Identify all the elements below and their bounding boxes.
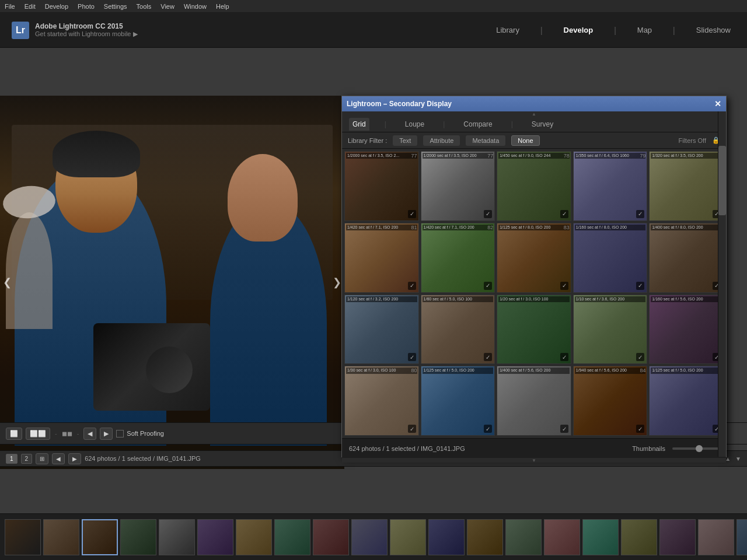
thumbnail-1[interactable]: 1/2000 sec at f / 3.5, ISO 2... 77 ✓	[344, 151, 419, 221]
main-photo: ❮ ❯	[0, 96, 344, 469]
filmstrip-thumb-18[interactable]	[659, 519, 696, 555]
tab-survey[interactable]: Survey	[528, 118, 557, 131]
thumbnail-slider-handle[interactable]	[696, 445, 703, 452]
nav-map[interactable]: Map	[633, 23, 657, 37]
menu-edit[interactable]: Edit	[25, 3, 36, 10]
menu-develop[interactable]: Develop	[45, 3, 68, 10]
prev-photo-arrow[interactable]: ❮	[3, 276, 12, 289]
tab-compare[interactable]: Compare	[460, 118, 495, 131]
thumb-checkbox-7[interactable]: ✓	[484, 282, 492, 290]
menu-photo[interactable]: Photo	[78, 3, 95, 10]
secondary-titlebar[interactable]: Lightroom – Secondary Display ✕	[342, 96, 726, 111]
thumbnail-17[interactable]: 1/125 sec at f / 5.0, ISO 200 ✓	[421, 366, 495, 436]
nav-right-btn[interactable]: ▶	[100, 428, 113, 440]
filmstrip-thumb-15[interactable]	[544, 519, 580, 555]
thumb-checkbox-18[interactable]: ✓	[560, 425, 568, 433]
filmstrip-thumb-16[interactable]	[582, 519, 619, 555]
nav-library[interactable]: Library	[491, 23, 524, 37]
thumb-checkbox-4[interactable]: ✓	[636, 210, 644, 218]
filmstrip-thumb-4[interactable]	[120, 519, 156, 555]
view-btn-1[interactable]: 1	[6, 454, 18, 464]
filter-metadata-btn[interactable]: Metadata	[466, 135, 505, 146]
thumb-checkbox-9[interactable]: ✓	[636, 282, 644, 290]
filter-none-btn[interactable]: None	[511, 135, 539, 146]
filmstrip-thumb-13[interactable]	[467, 519, 503, 555]
filmstrip-thumb-5[interactable]	[159, 519, 195, 555]
thumbnail-4[interactable]: 1/350 sec at f / 6.4, ISO 1060 79 ✓	[573, 151, 648, 221]
tab-grid[interactable]: Grid	[349, 118, 369, 131]
filmstrip-thumb-1[interactable]	[5, 519, 41, 555]
next-photo-arrow[interactable]: ❯	[333, 276, 341, 289]
thumbnail-14[interactable]: 1/10 sec at f / 3.6, ISO 200 ✓	[573, 295, 648, 365]
filter-text-btn[interactable]: Text	[393, 135, 417, 146]
thumb-checkbox-14[interactable]: ✓	[636, 353, 644, 361]
thumb-checkbox-17[interactable]: ✓	[484, 425, 492, 433]
thumbnail-5[interactable]: 1/320 sec at f / 3.5, ISO 200 ✓	[649, 151, 724, 221]
filmstrip-thumb-14[interactable]	[505, 519, 542, 555]
filmstrip-thumb-2[interactable]	[43, 519, 79, 555]
grid-view-btn[interactable]: ⊞	[36, 453, 48, 464]
thumbnail-7[interactable]: 1/420 sec at f / 7.1, ISO 200 82 ✓	[421, 223, 495, 293]
thumbnail-19[interactable]: 1/940 sec at f / 5.6, ISO 200 84 ✓	[573, 366, 648, 436]
nav-slideshow[interactable]: Slideshow	[692, 23, 735, 37]
thumbnail-size-slider[interactable]	[672, 447, 719, 450]
soft-proofing-checkbox[interactable]	[116, 430, 124, 438]
secondary-close-button[interactable]: ✕	[714, 99, 721, 108]
filmstrip-thumb-6[interactable]	[197, 519, 233, 555]
nav-left-btn[interactable]: ◀	[83, 428, 96, 440]
thumbnail-6[interactable]: 1/420 sec at f / 7.1, ISO 200 81 ✓	[344, 223, 419, 293]
thumbnail-12[interactable]: 1/60 sec at f / 5.0, ISO 100 ✓	[421, 295, 495, 365]
filmstrip-thumb-19[interactable]	[698, 519, 734, 555]
thumbnail-10[interactable]: 1/400 sec at f / 8.0, ISO 200 ✓	[649, 223, 724, 293]
filmstrip-thumb-3[interactable]	[82, 519, 118, 555]
view-btn-2[interactable]: 2	[21, 454, 33, 464]
filmstrip-thumb-17[interactable]	[621, 519, 657, 555]
thumbnail-2[interactable]: 1/2000 sec at f / 3.5, ISO 200 77 ✓	[421, 151, 495, 221]
menu-window[interactable]: Window	[184, 3, 207, 10]
view-compare-btn[interactable]: ⬜⬜	[26, 428, 50, 440]
thumbnail-20[interactable]: 1/125 sec at f / 5.0, ISO 200 ✓	[649, 366, 724, 436]
thumbnail-3[interactable]: 1/450 sec at f / 9.0, ISO 244 78 ✓	[497, 151, 571, 221]
thumbnail-16[interactable]: 1/30 sec at f / 3.0, ISO 100 80 ✓	[344, 366, 419, 436]
thumbnail-18[interactable]: 1/400 sec at f / 5.6, ISO 200 ✓	[497, 366, 571, 436]
nav-develop[interactable]: Develop	[559, 23, 598, 37]
thumbnail-13[interactable]: 1/20 sec at f / 3.0, ISO 100 ✓	[497, 295, 571, 365]
thumb-checkbox-6[interactable]: ✓	[408, 282, 416, 290]
thumb-checkbox-8[interactable]: ✓	[560, 282, 568, 290]
filmstrip-thumb-9[interactable]	[313, 519, 349, 555]
thumb-checkbox-1[interactable]: ✓	[408, 210, 416, 218]
nav-prev-btn[interactable]: ◀	[52, 453, 65, 464]
scrollbar-thumb[interactable]	[718, 146, 726, 215]
grid-scrollbar[interactable]	[718, 111, 726, 457]
thumbnail-8[interactable]: 1/125 sec at f / 8.0, ISO 200 83 ✓	[497, 223, 571, 293]
thumb-checkbox-12[interactable]: ✓	[484, 353, 492, 361]
menu-tools[interactable]: Tools	[137, 3, 152, 10]
soft-proofing-toggle[interactable]: Soft Proofing	[116, 430, 164, 438]
menu-settings[interactable]: Settings	[104, 3, 127, 10]
filmstrip-thumb-12[interactable]	[428, 519, 465, 555]
secondary-window-title: Lightroom – Secondary Display	[347, 100, 452, 108]
filter-attribute-btn[interactable]: Attribute	[423, 135, 460, 146]
thumb-checkbox-3[interactable]: ✓	[560, 210, 568, 218]
thumbnail-15[interactable]: 1/160 sec at f / 5.6, ISO 200 ✓	[649, 295, 724, 365]
mobile-link[interactable]: Get started with Lightroom mobile ▶	[35, 30, 138, 38]
thumb-checkbox-19[interactable]: ✓	[636, 425, 644, 433]
menu-view[interactable]: View	[160, 3, 174, 10]
filmstrip-thumb-7[interactable]	[236, 519, 272, 555]
thumb-checkbox-13[interactable]: ✓	[560, 353, 568, 361]
nav-next-btn[interactable]: ▶	[68, 453, 81, 464]
thumbnail-9[interactable]: 1/160 sec at f / 8.0, ISO 200 ✓	[573, 223, 648, 293]
thumb-checkbox-11[interactable]: ✓	[408, 353, 416, 361]
filmstrip-thumb-8[interactable]	[274, 519, 310, 555]
filmstrip-thumb-20[interactable]	[736, 519, 747, 555]
filmstrip-thumb-10[interactable]	[351, 519, 388, 555]
thumb-checkbox-16[interactable]: ✓	[408, 425, 416, 433]
filmstrip-thumb-11[interactable]	[390, 519, 426, 555]
menu-help[interactable]: Help	[216, 3, 229, 10]
thumb-checkbox-2[interactable]: ✓	[484, 210, 492, 218]
menu-file[interactable]: File	[5, 3, 15, 10]
view-single-btn[interactable]: ⬜	[6, 428, 22, 440]
sort-down-icon[interactable]: ▼	[735, 456, 741, 462]
thumbnail-11[interactable]: 1/120 sec at f / 3.2, ISO 200 ✓	[344, 295, 419, 365]
tab-loupe[interactable]: Loupe	[402, 118, 428, 131]
